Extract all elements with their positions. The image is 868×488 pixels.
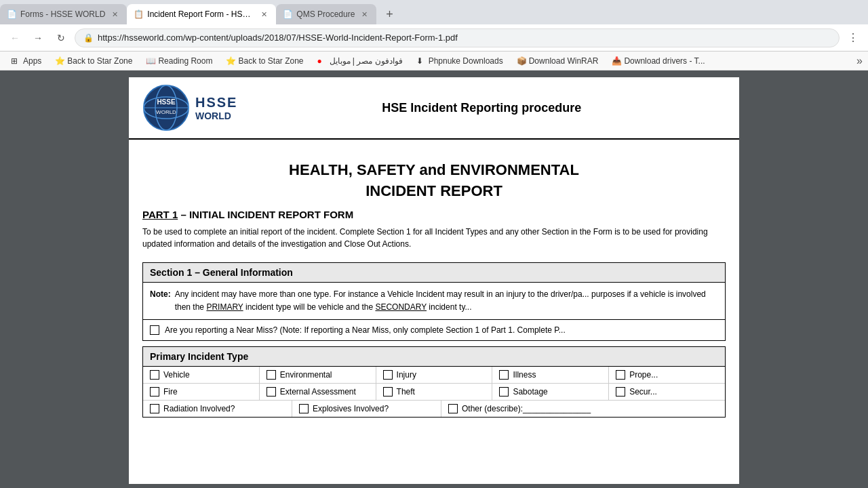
environmental-label: Environmental — [280, 370, 332, 380]
tab-title-1: Forms - HSSE WORLD — [20, 9, 105, 19]
star-favicon-1: ⭐ — [55, 56, 64, 66]
vehicle-label: Vehicle — [163, 370, 190, 380]
bookmark-label-vodafone: فوادفون مصر | موبايل — [330, 56, 403, 66]
primary-label: PRIMARY — [206, 302, 243, 312]
tab-favicon-1: 📄 — [7, 9, 16, 19]
external-checkbox[interactable] — [267, 387, 276, 396]
incident-external: External Assessment — [260, 384, 376, 400]
reload-button[interactable]: ↻ — [52, 28, 71, 47]
prope-checkbox[interactable] — [616, 370, 625, 380]
tab-title-2: Incident Report Form - HSSE W... — [147, 9, 254, 19]
incident-type-section: Primary Incident Type Vehicle Environmen… — [142, 346, 726, 418]
bookmark-back-star-2[interactable]: ⭐ Back to Star Zone — [220, 55, 309, 67]
other-checkbox[interactable] — [448, 404, 458, 413]
section1-header: Section 1 – General Information — [143, 263, 725, 283]
illness-checkbox[interactable] — [499, 370, 509, 380]
sabotage-checkbox[interactable] — [499, 387, 509, 396]
incident-environmental: Environmental — [260, 367, 376, 383]
menu-button[interactable]: ⋮ — [844, 28, 863, 47]
bookmark-label-phpnuke: Phpnuke Downloads — [429, 56, 503, 66]
incident-radiation: Radiation Involved? — [143, 401, 292, 417]
near-miss-text: Are you reporting a Near Miss? (Note: If… — [165, 325, 566, 335]
bookmarks-more-button[interactable]: » — [856, 55, 863, 67]
part1-description: To be used to complete an initial report… — [142, 226, 726, 250]
tab-incident-report[interactable]: 📋 Incident Report Form - HSSE W... ✕ — [127, 4, 276, 24]
environmental-checkbox[interactable] — [267, 370, 276, 380]
bookmark-winrar[interactable]: 📦 Download WinRAR — [511, 55, 604, 67]
url-bar[interactable]: 🔒 https://hsseworld.com/wp-content/uploa… — [75, 28, 840, 47]
tab-qms[interactable]: 📄 QMS Procedure ✕ — [276, 4, 376, 24]
phpnuke-favicon: ⬇ — [416, 56, 426, 66]
bookmark-drivers[interactable]: 📥 Download drivers - T... — [606, 55, 710, 67]
secondary-label: SECONDARY — [375, 302, 427, 312]
svg-text:WORLD: WORLD — [156, 109, 176, 115]
note-text: Any incident may have more than one type… — [175, 288, 718, 314]
near-miss-row: Are you reporting a Near Miss? (Note: If… — [143, 319, 725, 340]
bookmark-back-star-1[interactable]: ⭐ Back to Star Zone — [50, 55, 138, 67]
tab-close-2[interactable]: ✕ — [258, 9, 269, 20]
illness-label: Illness — [513, 370, 536, 380]
incident-secur: Secur... — [609, 384, 725, 400]
note-label: Note: — [150, 288, 171, 314]
incident-row-1: Vehicle Environmental Injury Illnes — [143, 367, 725, 384]
part1-label: PART 1 — [142, 209, 178, 220]
bookmark-label-apps: Apps — [23, 56, 41, 66]
pdf-container: HSSE WORLD HSSE WORLD HSE Incident Repor… — [0, 70, 868, 488]
part1-dash: – INITIAL INCIDENT REPORT FORM — [178, 209, 353, 220]
tab-forms-hsse[interactable]: 📄 Forms - HSSE WORLD ✕ — [0, 4, 127, 24]
apps-favicon: ⊞ — [11, 56, 20, 66]
tab-close-1[interactable]: ✕ — [109, 9, 120, 20]
url-text: https://hsseworld.com/wp-content/uploads… — [98, 33, 458, 43]
winrar-favicon: 📦 — [517, 56, 526, 66]
explosives-checkbox[interactable] — [299, 404, 309, 413]
bookmark-vodafone[interactable]: ● فوادفون مصر | موبايل — [312, 55, 408, 67]
vehicle-checkbox[interactable] — [150, 370, 159, 380]
near-miss-checkbox[interactable] — [150, 325, 159, 335]
vodafone-favicon: ● — [317, 56, 327, 66]
incident-illness: Illness — [492, 367, 609, 383]
back-button[interactable]: ← — [5, 28, 24, 47]
tab-title-3: QMS Procedure — [296, 9, 355, 19]
drivers-favicon: 📥 — [612, 56, 621, 66]
prope-label: Prope... — [629, 370, 658, 380]
tab-close-3[interactable]: ✕ — [359, 9, 370, 20]
pdf-main-title-section: HEALTH, SAFETY and ENVIRONMENTAL INCIDEN… — [129, 146, 739, 209]
explosives-label: Explosives Involved? — [313, 404, 389, 413]
incident-sabotage: Sabotage — [492, 384, 609, 400]
incident-fire: Fire — [143, 384, 260, 400]
tab-bar: 📄 Forms - HSSE WORLD ✕ 📋 Incident Report… — [0, 0, 868, 24]
injury-label: Injury — [397, 370, 416, 380]
fire-checkbox[interactable] — [150, 387, 159, 396]
incident-vehicle: Vehicle — [143, 367, 260, 383]
bookmark-apps[interactable]: ⊞ Apps — [5, 55, 47, 67]
secur-checkbox[interactable] — [616, 387, 625, 396]
fire-label: Fire — [163, 387, 178, 396]
lock-icon: 🔒 — [83, 33, 94, 43]
pdf-header: HSSE WORLD HSSE WORLD HSE Incident Repor… — [129, 77, 739, 140]
theft-label: Theft — [397, 387, 415, 396]
bookmark-label-star2: Back to Star Zone — [238, 56, 303, 66]
bookmark-phpnuke[interactable]: ⬇ Phpnuke Downloads — [411, 55, 509, 67]
radiation-label: Radiation Involved? — [163, 404, 235, 413]
forward-button[interactable]: → — [28, 28, 47, 47]
tab-favicon-2: 📋 — [134, 9, 143, 19]
section1-content: Note: Any incident may have more than on… — [143, 283, 725, 319]
bookmark-reading-room[interactable]: 📖 Reading Room — [140, 55, 218, 67]
reading-favicon: 📖 — [146, 56, 155, 66]
other-label: Other (describe):_______________ — [462, 404, 591, 413]
incident-theft: Theft — [376, 384, 493, 400]
pdf-viewer: HSSE WORLD HSSE WORLD HSE Incident Repor… — [0, 70, 868, 488]
radiation-checkbox[interactable] — [150, 404, 159, 413]
sabotage-label: Sabotage — [513, 387, 547, 396]
theft-checkbox[interactable] — [383, 387, 393, 396]
injury-checkbox[interactable] — [383, 370, 393, 380]
pdf-page: HSSE WORLD HSSE WORLD HSE Incident Repor… — [129, 77, 739, 484]
svg-text:HSSE: HSSE — [157, 98, 176, 106]
pdf-section1: Section 1 – General Information Note: An… — [142, 262, 726, 341]
new-tab-button[interactable]: + — [379, 4, 399, 24]
incident-other: Other (describe):_______________ — [441, 401, 725, 417]
bookmark-label-winrar: Download WinRAR — [529, 56, 599, 66]
section1-note-line: Note: Any incident may have more than on… — [150, 288, 718, 314]
pdf-main-title-h1: HEALTH, SAFETY and ENVIRONMENTAL INCIDEN… — [142, 160, 726, 202]
incident-type-header: Primary Incident Type — [143, 347, 725, 367]
